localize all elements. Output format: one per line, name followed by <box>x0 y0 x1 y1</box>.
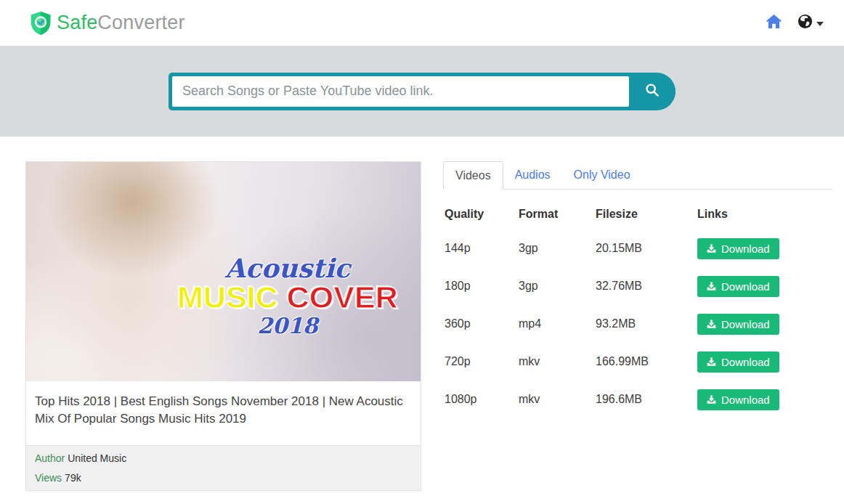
brand-converter-text: Converter <box>97 12 184 33</box>
table-row: 720p mkv 166.99MB Download <box>443 343 832 381</box>
download-icon <box>707 357 716 367</box>
brand-name: SafeConverter <box>57 12 185 34</box>
download-icon <box>707 320 716 329</box>
results-panel: Videos Audios Only Video Quality Format … <box>443 161 832 418</box>
download-icon <box>707 395 716 405</box>
tab-audios[interactable]: Audios <box>503 161 562 189</box>
header-links: Links <box>697 208 832 221</box>
format-cell: 3gp <box>519 242 596 255</box>
quality-cell: 180p <box>445 280 519 293</box>
download-button[interactable]: Download <box>697 314 779 335</box>
meta-author-value: United Music <box>68 452 126 464</box>
format-cell: mp4 <box>519 317 596 330</box>
download-label: Download <box>721 280 770 293</box>
download-table: Quality Format Filesize Links 144p 3gp 2… <box>443 190 832 418</box>
video-thumbnail: Acoustic MUSIC COVER 2018 <box>26 162 421 381</box>
download-button[interactable]: Download <box>697 389 779 410</box>
meta-views-label: Views <box>35 472 62 484</box>
main-content: Acoustic MUSIC COVER 2018 Top Hits 2018 … <box>0 137 844 491</box>
format-tabs: Videos Audios Only Video <box>443 161 832 190</box>
navbar: SafeConverter <box>0 0 844 46</box>
home-button[interactable] <box>766 15 782 31</box>
video-card: Acoustic MUSIC COVER 2018 Top Hits 2018 … <box>25 161 421 491</box>
language-menu[interactable] <box>798 14 824 32</box>
download-icon <box>707 282 716 291</box>
filesize-cell: 166.99MB <box>596 355 697 368</box>
filesize-cell: 93.2MB <box>596 317 697 330</box>
format-cell: mkv <box>519 393 596 406</box>
tab-videos[interactable]: Videos <box>443 161 503 190</box>
download-button[interactable]: Download <box>697 276 779 297</box>
table-row: 144p 3gp 20.15MB Download <box>443 229 832 267</box>
meta-views: Views79k <box>26 471 421 490</box>
download-label: Download <box>721 356 770 368</box>
brand-logo[interactable]: SafeConverter <box>29 10 185 36</box>
header-quality: Quality <box>445 208 519 221</box>
format-cell: mkv <box>519 355 596 368</box>
table-header-row: Quality Format Filesize Links <box>443 199 832 229</box>
meta-author-label: Author <box>35 452 65 464</box>
chevron-down-icon <box>816 22 824 26</box>
thumbnail-title-script: Acoustic <box>168 255 407 281</box>
format-cell: 3gp <box>519 280 596 293</box>
header-format: Format <box>519 208 596 221</box>
meta-views-value: 79k <box>65 472 81 484</box>
brand-safe-text: Safe <box>57 12 97 33</box>
search-input[interactable] <box>172 76 629 107</box>
thumbnail-title-main: MUSIC COVER <box>168 281 407 314</box>
download-label: Download <box>721 318 770 330</box>
tab-only-video[interactable]: Only Video <box>562 161 642 189</box>
table-row: 180p 3gp 32.76MB Download <box>443 267 832 305</box>
globe-icon <box>798 14 813 32</box>
table-row: 360p mp4 93.2MB Download <box>443 305 832 343</box>
download-button[interactable]: Download <box>697 238 779 259</box>
header-filesize: Filesize <box>596 208 697 221</box>
table-row: 1080p mkv 196.6MB Download <box>443 381 832 418</box>
quality-cell: 360p <box>445 317 519 330</box>
shield-logo-icon <box>29 10 52 36</box>
video-title: Top Hits 2018 | Best English Songs Novem… <box>26 381 421 445</box>
thumbnail-caption: Acoustic MUSIC COVER 2018 <box>168 255 407 339</box>
download-label: Download <box>721 394 770 406</box>
video-meta-list: AuthorUnited Music Views79k <box>26 445 421 490</box>
download-button[interactable]: Download <box>697 351 779 373</box>
quality-cell: 144p <box>445 242 519 255</box>
navbar-right <box>766 14 824 32</box>
filesize-cell: 196.6MB <box>596 393 697 406</box>
home-icon <box>766 15 782 31</box>
search-section <box>0 46 844 137</box>
filesize-cell: 32.76MB <box>596 280 697 293</box>
quality-cell: 1080p <box>445 393 519 406</box>
search-icon <box>644 82 660 100</box>
quality-cell: 720p <box>445 355 519 368</box>
download-icon <box>707 244 716 253</box>
search-bar <box>169 73 675 110</box>
search-button[interactable] <box>629 76 675 107</box>
filesize-cell: 20.15MB <box>596 242 697 255</box>
meta-author: AuthorUnited Music <box>26 446 421 471</box>
thumbnail-title-year: 2018 <box>168 314 407 339</box>
download-label: Download <box>721 243 770 255</box>
